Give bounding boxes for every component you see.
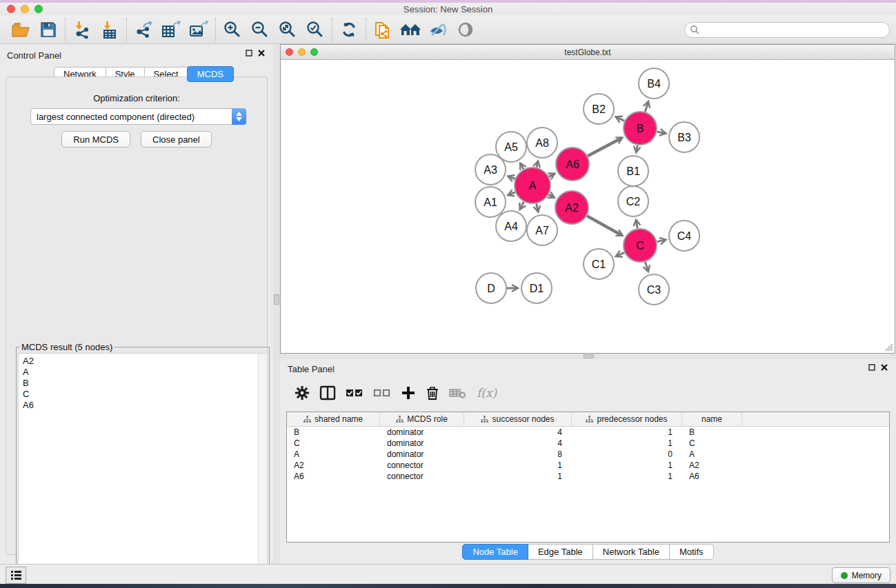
cell-name[interactable]: B — [682, 427, 742, 437]
close-panel-button[interactable]: Close panel — [141, 131, 212, 148]
cell-successor-nodes[interactable]: 4 — [464, 438, 572, 448]
cell-successor-nodes[interactable]: 8 — [464, 449, 572, 459]
table-row[interactable]: Cdominator41C — [287, 438, 889, 449]
cell-name[interactable]: A6 — [682, 472, 742, 481]
cell-successor-nodes[interactable]: 1 — [464, 472, 572, 481]
float-panel-icon[interactable] — [868, 364, 875, 371]
add-icon[interactable] — [401, 385, 416, 401]
select-all-icon[interactable] — [346, 385, 364, 401]
search-field[interactable] — [684, 22, 890, 38]
divider-grip[interactable] — [584, 354, 594, 358]
vertical-split-divider[interactable] — [273, 44, 280, 564]
zoom-fit-button[interactable] — [274, 17, 301, 42]
cell-shared-name[interactable]: A6 — [287, 472, 380, 481]
tab-edge-table[interactable]: Edge Table — [528, 544, 593, 560]
edge-B-B2[interactable] — [616, 117, 624, 121]
cell-shared-name[interactable]: A — [287, 449, 380, 459]
cell-predecessor-nodes[interactable]: 1 — [572, 472, 682, 481]
edge-A-A7[interactable] — [537, 203, 538, 211]
edge-C-C2[interactable] — [636, 221, 637, 229]
export-image-button[interactable] — [185, 17, 212, 42]
cell-MCDS-role[interactable]: dominator — [380, 438, 464, 448]
cell-name[interactable]: C — [682, 438, 742, 448]
float-panel-icon[interactable] — [246, 50, 252, 57]
horizontal-split-divider[interactable] — [280, 354, 896, 359]
result-item[interactable]: C — [23, 389, 34, 400]
mcds-result-list[interactable]: A2ABCA6 — [18, 353, 268, 582]
column-header-name[interactable]: name — [682, 412, 742, 426]
divider-grip[interactable] — [274, 294, 279, 305]
import-network-button[interactable] — [68, 17, 96, 42]
criterion-dropdown[interactable]: largest connected component (directed) — [30, 108, 246, 125]
edge-B-B1[interactable] — [636, 145, 637, 152]
zoom-out-button[interactable] — [246, 17, 274, 42]
refresh-button[interactable] — [335, 17, 363, 42]
column-header-predecessor-nodes[interactable]: predecessor nodes — [572, 412, 682, 426]
cell-MCDS-role[interactable]: dominator — [380, 427, 464, 437]
table-row[interactable]: Adominator80A — [287, 449, 889, 460]
export-network-button[interactable] — [130, 17, 157, 42]
zoom-in-button[interactable] — [219, 17, 246, 42]
clear-table-icon[interactable] — [449, 385, 467, 401]
edge-A-A6[interactable] — [549, 174, 555, 176]
column-header-shared-name[interactable]: shared name — [287, 412, 380, 426]
close-panel-icon[interactable] — [258, 50, 265, 57]
cell-predecessor-nodes[interactable]: 1 — [572, 438, 682, 448]
edge-A6-B[interactable] — [588, 138, 621, 156]
cell-name[interactable]: A — [682, 449, 742, 459]
run-mcds-button[interactable]: Run MCDS — [61, 131, 130, 148]
graphics-details-button[interactable] — [424, 17, 452, 42]
edge-A-A3[interactable] — [508, 176, 515, 179]
result-item[interactable]: A — [23, 367, 34, 378]
tab-node-table[interactable]: Node Table — [462, 544, 528, 560]
edge-A-A1[interactable] — [508, 192, 515, 195]
cell-MCDS-role[interactable]: connector — [380, 472, 464, 481]
cell-predecessor-nodes[interactable]: 0 — [572, 449, 682, 459]
table-row[interactable]: A2connector11A2 — [287, 460, 889, 471]
cell-shared-name[interactable]: C — [287, 438, 380, 448]
edge-A-A2[interactable] — [549, 194, 554, 197]
edge-C-C4[interactable] — [657, 240, 665, 242]
edge-A2-C[interactable] — [587, 216, 622, 235]
table-row[interactable]: A6connector11A6 — [287, 471, 889, 482]
edge-C-C3[interactable] — [645, 262, 648, 271]
session-network-button[interactable] — [369, 17, 397, 42]
home-button[interactable] — [397, 17, 424, 42]
edge-B-B4[interactable] — [645, 102, 648, 112]
column-header-successor-nodes[interactable]: successor nodes — [464, 412, 572, 426]
table-row[interactable]: Bdominator41B — [287, 427, 889, 438]
cell-MCDS-role[interactable]: connector — [380, 460, 464, 470]
edge-A-A5[interactable] — [521, 163, 524, 169]
close-panel-icon[interactable] — [881, 364, 888, 371]
cell-successor-nodes[interactable]: 4 — [464, 427, 572, 437]
export-table-button[interactable] — [157, 17, 185, 42]
cell-predecessor-nodes[interactable]: 1 — [572, 460, 682, 470]
memory-button[interactable]: Memory — [832, 567, 890, 583]
result-item[interactable]: B — [23, 378, 34, 389]
edge-B-B3[interactable] — [657, 132, 665, 133]
zoom-selected-button[interactable] — [301, 17, 329, 42]
edge-A-A8[interactable] — [537, 161, 538, 167]
cell-predecessor-nodes[interactable]: 1 — [572, 427, 682, 437]
cell-successor-nodes[interactable]: 1 — [464, 460, 572, 470]
deselect-all-icon[interactable] — [373, 385, 391, 401]
gear-icon[interactable] — [295, 385, 310, 401]
network-window-titlebar[interactable]: testGlobe.txt — [281, 45, 895, 60]
network-canvas[interactable]: AA6A2BCA5A8A3A1A4A7B2B4B3B1C2C4C1C3DD1 — [281, 61, 895, 354]
column-header-MCDS-role[interactable]: MCDS role — [380, 412, 464, 426]
tab-motifs[interactable]: Motifs — [670, 544, 714, 560]
tab-mcds[interactable]: MCDS — [187, 66, 234, 82]
cell-shared-name[interactable]: B — [287, 427, 380, 437]
columns-icon[interactable] — [319, 385, 336, 401]
edge-C-C1[interactable] — [617, 252, 625, 256]
function-icon[interactable]: f(x) — [477, 386, 497, 400]
result-scrollbar[interactable] — [258, 354, 267, 582]
result-item[interactable]: A2 — [23, 356, 34, 367]
open-session-button[interactable] — [7, 17, 34, 42]
result-item[interactable]: A6 — [23, 400, 34, 411]
import-table-button[interactable] — [96, 17, 123, 42]
tab-network-table[interactable]: Network Table — [593, 544, 670, 560]
cell-MCDS-role[interactable]: dominator — [380, 449, 464, 459]
search-input[interactable] — [684, 22, 890, 38]
edge-A-A4[interactable] — [520, 202, 524, 209]
